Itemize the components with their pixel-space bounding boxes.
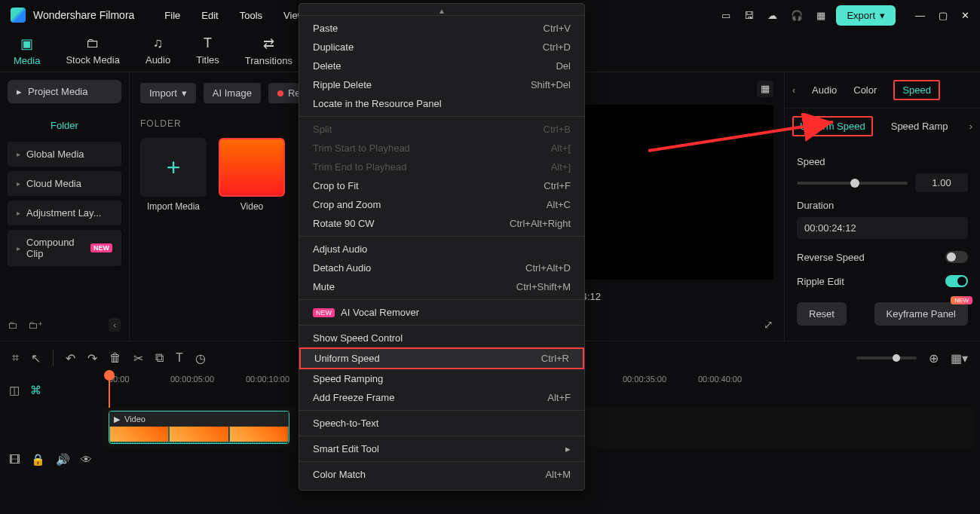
tab-color-inspector[interactable]: Color: [853, 84, 877, 96]
app-name: Wondershare Filmora: [33, 9, 134, 21]
ctx-speed-ramping[interactable]: Speed Ramping: [299, 369, 584, 388]
ctx-smart-edit-tool[interactable]: Smart Edit Tool▸: [299, 439, 584, 458]
track-video-icon[interactable]: 🎞: [9, 453, 20, 467]
new-badge: NEW: [90, 243, 112, 252]
ctx-locate-in-the-resource-panel[interactable]: Locate in the Resource Panel: [299, 94, 584, 113]
save-icon[interactable]: 🖫: [744, 10, 754, 21]
duration-value[interactable]: 00:00:24:12: [797, 217, 968, 239]
timeline-clip[interactable]: ▶Video: [109, 411, 289, 444]
reset-button[interactable]: Reset: [797, 302, 847, 326]
split-icon[interactable]: ✂: [133, 351, 143, 366]
ctx-color-match[interactable]: Color MatchAlt+M: [299, 465, 584, 484]
tab-stock-media[interactable]: 🗀Stock Media: [66, 35, 120, 66]
export-button[interactable]: Export ▾: [836, 5, 896, 26]
tab-titles[interactable]: TTitles: [196, 35, 219, 66]
headphone-icon[interactable]: 🎧: [791, 10, 803, 21]
link-icon[interactable]: ⌘: [30, 384, 41, 397]
ctx-trim-start-to-playhead: Trim Start to PlayheadAlt+[: [299, 139, 584, 158]
ctx-ai-vocal-remover[interactable]: NEWAI Vocal Remover: [299, 303, 584, 322]
ctx-adjust-audio[interactable]: Adjust Audio: [299, 240, 584, 259]
speed-value[interactable]: 1.00: [915, 173, 968, 192]
folder-label[interactable]: Folder: [8, 114, 121, 142]
tab-transitions[interactable]: ⇄Transitions: [245, 35, 292, 66]
maximize-icon[interactable]: ▢: [939, 10, 948, 21]
ctx-detach-audio[interactable]: Detach AudioCtrl+Alt+D: [299, 259, 584, 277]
redo-icon[interactable]: ↷: [87, 351, 97, 366]
cloud-icon[interactable]: ☁: [767, 10, 777, 21]
ctx-duplicate[interactable]: DuplicateCtrl+D: [299, 38, 584, 57]
sidebar-adjustment-layer[interactable]: ▸Adjustment Lay...: [8, 200, 121, 225]
ruler-mark: 00:00:05:00: [170, 375, 214, 384]
lock-icon[interactable]: 🔒: [31, 453, 45, 467]
ctx-ripple-delete[interactable]: Ripple DeleteShift+Del: [299, 75, 584, 94]
ctx-delete[interactable]: DeleteDel: [299, 57, 584, 75]
collapse-sidebar-icon[interactable]: ‹: [109, 318, 121, 332]
ctx-speech-to-text[interactable]: Speech-to-Text: [299, 414, 584, 433]
video-thumb[interactable]: Video: [219, 138, 285, 212]
chevron-left-icon[interactable]: ‹: [792, 85, 795, 96]
menu-tools[interactable]: Tools: [240, 10, 262, 21]
play-icon: ▶: [114, 415, 120, 424]
bin-icon[interactable]: 🗀⁺: [28, 320, 43, 331]
folder-icon: 🗀: [86, 35, 100, 51]
tab-audio[interactable]: ♫Audio: [145, 35, 170, 66]
ripple-edit-toggle[interactable]: [945, 275, 968, 287]
import-media-thumb[interactable]: + Import Media: [140, 138, 207, 212]
zoom-slider[interactable]: [856, 356, 917, 359]
ctx-mute[interactable]: MuteCtrl+Shift+M: [299, 277, 584, 296]
subtab-speed-ramping[interactable]: Speed Ramp: [891, 121, 948, 132]
undo-icon[interactable]: ↶: [66, 351, 75, 366]
keyframe-panel-label: Keyframe Panel: [887, 308, 957, 320]
import-button[interactable]: Import▾: [140, 83, 196, 103]
sidebar-item-label: Compound Clip: [26, 237, 84, 259]
screen-icon[interactable]: ▭: [721, 10, 730, 21]
thumb-view-icon[interactable]: ▦▾: [951, 351, 968, 366]
text-icon: T: [204, 35, 212, 51]
zoom-thumb[interactable]: [893, 354, 900, 362]
sidebar-global-media[interactable]: ▸Global Media: [8, 142, 121, 167]
sidebar: ▸Project Media Folder ▸Global Media ▸Clo…: [0, 72, 130, 341]
select-tool-icon[interactable]: ⌗: [12, 351, 19, 365]
menu-file[interactable]: File: [164, 10, 180, 21]
ai-image-button[interactable]: AI Image: [204, 83, 261, 103]
subtab-uniform-speed[interactable]: Uniform Speed: [792, 116, 873, 136]
delete-icon[interactable]: 🗑: [109, 351, 121, 365]
minimize-icon[interactable]: —: [915, 10, 925, 21]
slider-thumb[interactable]: [850, 179, 859, 188]
chevron-right-icon[interactable]: ›: [969, 121, 972, 132]
clip-label: Video: [124, 415, 145, 424]
keyframe-panel-button[interactable]: Keyframe Panel NEW: [874, 302, 969, 326]
ctx-add-freeze-frame[interactable]: Add Freeze FrameAlt+F: [299, 388, 584, 407]
snapshot-thumb-icon[interactable]: ▦: [757, 81, 773, 97]
project-media-chip[interactable]: ▸Project Media: [8, 80, 121, 103]
tab-audio-inspector[interactable]: Audio: [812, 84, 837, 96]
marker-icon[interactable]: ◫: [9, 384, 20, 397]
tab-media[interactable]: ▣Media: [14, 35, 40, 66]
ctx-crop-to-fit[interactable]: Crop to FitCtrl+F: [299, 176, 584, 195]
ctx-crop-and-zoom[interactable]: Crop and ZoomAlt+C: [299, 195, 584, 214]
pointer-tool-icon[interactable]: ↖: [31, 351, 41, 366]
speed-tool-icon[interactable]: ◷: [195, 351, 206, 366]
ctx-show-speed-control[interactable]: Show Speed Control: [299, 329, 584, 347]
sidebar-compound-clip[interactable]: ▸Compound ClipNEW: [8, 230, 121, 266]
reverse-speed-toggle[interactable]: [945, 251, 968, 263]
apps-icon[interactable]: ▦: [816, 10, 825, 21]
media-icon: ▣: [20, 35, 33, 52]
eye-icon[interactable]: 👁: [81, 453, 92, 467]
zoom-in-icon[interactable]: ⊕: [929, 351, 939, 366]
menu-edit[interactable]: Edit: [201, 10, 218, 21]
speed-slider[interactable]: [797, 182, 908, 185]
fullscreen-icon[interactable]: ⤢: [764, 318, 773, 332]
text-tool-icon[interactable]: T: [176, 351, 183, 365]
close-icon[interactable]: ✕: [961, 10, 969, 21]
ctx-rotate-90-cw[interactable]: Rotate 90 CWCtrl+Alt+Right: [299, 214, 584, 233]
new-folder-icon[interactable]: 🗀: [8, 320, 17, 331]
plus-icon: +: [167, 154, 181, 182]
sidebar-cloud-media[interactable]: ▸Cloud Media: [8, 171, 121, 196]
ctx-paste[interactable]: PasteCtrl+V: [299, 19, 584, 38]
crop-icon[interactable]: ⧉: [155, 351, 164, 365]
tab-speed-inspector[interactable]: Speed: [893, 80, 940, 100]
chevron-down-icon: ▾: [880, 10, 885, 21]
mute-track-icon[interactable]: 🔊: [56, 453, 70, 467]
ctx-uniform-speed[interactable]: Uniform SpeedCtrl+R: [299, 347, 584, 369]
